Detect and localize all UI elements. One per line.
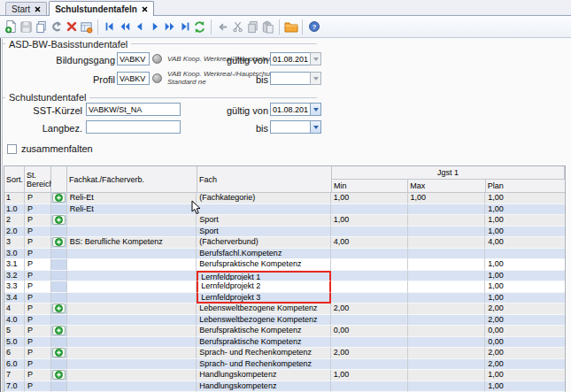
cell-sort[interactable]: 3.4 bbox=[4, 293, 25, 304]
cell-fach[interactable]: Lebensweltbezogene Kompetenz bbox=[197, 304, 331, 315]
cell-st-bereich[interactable]: P bbox=[25, 381, 51, 392]
cell-max[interactable] bbox=[408, 370, 486, 381]
cell-max[interactable]: 1,00 bbox=[408, 193, 486, 204]
cell-min[interactable] bbox=[331, 337, 408, 349]
cell-plan[interactable]: 2,00 bbox=[485, 359, 565, 371]
header-fach[interactable]: Fach bbox=[197, 166, 332, 193]
cell-fach[interactable]: Berufsfachl.Kompetenz bbox=[197, 249, 331, 260]
cell-fachkat[interactable] bbox=[67, 326, 197, 337]
table-row[interactable]: 3.0PBerufsfachl.Kompetenz bbox=[4, 249, 565, 260]
cell-fach[interactable]: (Fächerverbund) bbox=[197, 237, 331, 249]
cell-st-bereich[interactable]: P bbox=[25, 326, 51, 337]
cell-min[interactable] bbox=[331, 281, 408, 293]
cell-add[interactable] bbox=[51, 193, 67, 204]
cell-max[interactable] bbox=[408, 281, 486, 293]
cell-add[interactable] bbox=[51, 281, 67, 293]
chevron-down-icon[interactable] bbox=[310, 72, 321, 85]
cell-plan[interactable]: 1,00 bbox=[485, 293, 565, 304]
cell-add[interactable] bbox=[51, 337, 67, 349]
bildungsgang-lookup-button[interactable] bbox=[152, 54, 162, 64]
langbez-field[interactable] bbox=[86, 120, 181, 134]
cell-fach[interactable]: Berufspraktische Kompetenz bbox=[197, 259, 331, 271]
cell-fach[interactable]: Lebensweltbezogene Kompetenz bbox=[197, 315, 331, 327]
cell-fachkat[interactable] bbox=[67, 249, 197, 260]
cell-max[interactable] bbox=[408, 304, 486, 315]
cell-min[interactable]: 0,00 bbox=[331, 326, 408, 337]
header-min[interactable]: Min bbox=[332, 180, 408, 193]
cell-sort[interactable]: 7 bbox=[4, 370, 25, 381]
sst-kuerzel-field[interactable] bbox=[86, 103, 181, 116]
cell-fach[interactable]: Lernfeldprojekt 3 bbox=[197, 293, 331, 304]
table-row[interactable]: 1PReli-Et(Fachkategorie)1,001,001,00 bbox=[4, 193, 565, 204]
header-max[interactable]: Max bbox=[408, 180, 485, 193]
cell-min[interactable] bbox=[331, 293, 408, 304]
cell-fach[interactable]: Handlungskompetenz bbox=[197, 381, 331, 392]
cell-st-bereich[interactable]: P bbox=[25, 281, 51, 293]
cell-min[interactable] bbox=[331, 315, 408, 327]
cell-add[interactable] bbox=[51, 304, 67, 315]
add-subject-icon[interactable] bbox=[52, 304, 66, 313]
cell-fachkat[interactable] bbox=[67, 215, 197, 227]
cell-max[interactable] bbox=[408, 359, 486, 371]
cell-max[interactable] bbox=[408, 337, 486, 349]
cell-st-bereich[interactable]: P bbox=[25, 304, 51, 315]
cell-min[interactable] bbox=[331, 271, 408, 282]
cell-plan[interactable]: 1,00 bbox=[485, 281, 565, 293]
fast-forward-icon[interactable] bbox=[162, 19, 177, 35]
cell-sort[interactable]: 5 bbox=[4, 326, 25, 337]
cell-add[interactable] bbox=[51, 359, 67, 371]
bis-field[interactable] bbox=[270, 120, 311, 134]
folder-icon[interactable] bbox=[283, 19, 298, 35]
header-plan[interactable]: Plan bbox=[486, 180, 565, 193]
cell-fachkat[interactable] bbox=[67, 370, 197, 381]
table-row[interactable]: 3PBS: Berufliche Kompetenz(Fächerverbund… bbox=[4, 237, 565, 249]
gueltig-von-field[interactable] bbox=[270, 103, 311, 116]
table-row[interactable]: 4PLebensweltbezogene Kompetenz2,002,00 bbox=[4, 304, 565, 315]
cell-sort[interactable]: 2.0 bbox=[4, 227, 25, 238]
cell-plan[interactable] bbox=[485, 249, 565, 260]
cell-add[interactable] bbox=[51, 370, 67, 381]
cell-sort[interactable]: 4 bbox=[4, 304, 25, 315]
table-row[interactable]: 3.2PLernfeldprojekt 11,00 bbox=[4, 271, 565, 282]
cell-sort[interactable]: 3 bbox=[4, 237, 25, 249]
cell-plan[interactable]: 1,00 bbox=[485, 215, 565, 227]
cell-st-bereich[interactable]: P bbox=[25, 259, 51, 271]
table-row[interactable]: 3.1PBerufspraktische Kompetenz1,00 bbox=[4, 259, 565, 271]
cell-st-bereich[interactable]: P bbox=[25, 315, 51, 327]
delete-record-icon[interactable] bbox=[64, 19, 79, 35]
copy-icon[interactable] bbox=[245, 19, 260, 35]
cell-fachkat[interactable] bbox=[67, 281, 197, 293]
cell-plan[interactable]: 1,00 bbox=[485, 271, 565, 282]
cell-max[interactable] bbox=[408, 381, 486, 392]
close-icon[interactable] bbox=[142, 6, 148, 12]
cell-add[interactable] bbox=[51, 348, 67, 359]
cell-add[interactable] bbox=[51, 381, 67, 392]
cell-fachkat[interactable] bbox=[67, 315, 197, 327]
refresh-icon[interactable] bbox=[192, 19, 207, 35]
cell-min[interactable] bbox=[331, 381, 408, 392]
table-row[interactable]: 7PHandlungskompetenz1,001,00 bbox=[4, 370, 565, 381]
cell-fach[interactable]: (Fachkategorie) bbox=[197, 193, 331, 204]
cell-st-bereich[interactable]: P bbox=[25, 337, 51, 349]
edit-form-icon[interactable] bbox=[79, 19, 94, 35]
cell-max[interactable] bbox=[408, 215, 486, 227]
profil-lookup-button[interactable] bbox=[152, 73, 162, 83]
table-row[interactable]: 6.0PSprach- und Rechenkompetenz2,00 bbox=[4, 359, 565, 371]
cell-fachkat[interactable] bbox=[67, 337, 197, 349]
cell-fach[interactable]: Sprach- und Rechenkompetenz bbox=[197, 359, 331, 371]
cell-min[interactable] bbox=[331, 259, 408, 271]
cell-min[interactable]: 1,00 bbox=[331, 370, 408, 381]
cell-st-bereich[interactable]: P bbox=[25, 237, 51, 249]
cell-plan[interactable]: 2,00 bbox=[485, 304, 565, 315]
table-row[interactable]: 7.0PHandlungskompetenz1,00 bbox=[4, 381, 565, 392]
undo-icon[interactable] bbox=[49, 19, 64, 35]
cell-plan[interactable]: 1,00 bbox=[485, 204, 565, 216]
cell-st-bereich[interactable]: P bbox=[25, 204, 51, 216]
cell-plan[interactable]: 2,00 bbox=[485, 348, 565, 359]
table-row[interactable]: 1.0PReli-Et1,00 bbox=[4, 204, 565, 216]
cell-fach[interactable]: Sport bbox=[197, 215, 331, 227]
cell-fachkat[interactable] bbox=[67, 359, 197, 371]
cell-min[interactable]: 2,00 bbox=[331, 348, 408, 359]
header-st-bereich[interactable]: St.Bereich bbox=[25, 166, 51, 193]
cell-max[interactable] bbox=[408, 249, 486, 260]
